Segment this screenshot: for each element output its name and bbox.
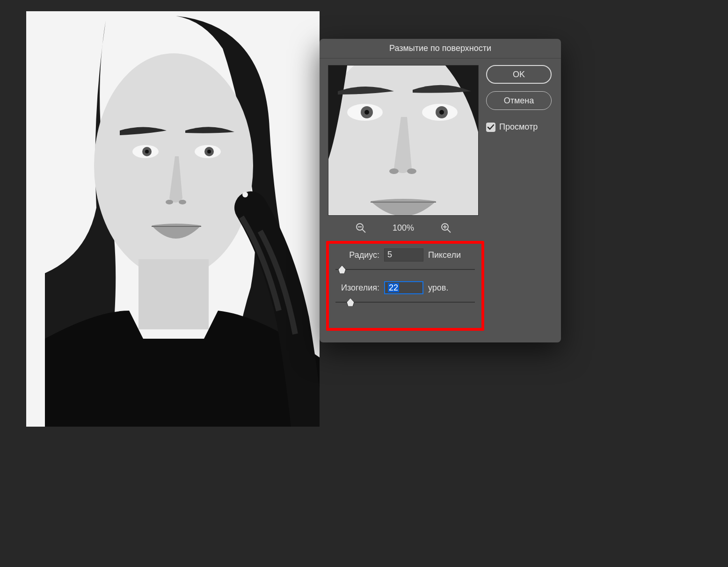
svg-line-25: [362, 229, 365, 233]
threshold-input[interactable]: 22: [384, 281, 423, 294]
svg-point-9: [166, 200, 173, 204]
svg-line-28: [447, 229, 451, 233]
zoom-level: 100%: [393, 223, 414, 233]
svg-point-5: [145, 150, 149, 153]
svg-point-21: [389, 168, 399, 174]
zoom-out-icon[interactable]: [355, 222, 366, 233]
svg-point-8: [207, 150, 211, 153]
canvas-image: [26, 11, 320, 427]
radius-label: Радиус:: [335, 250, 379, 260]
radius-row: Радиус: 5 Пиксели: [335, 248, 475, 262]
svg-point-1: [94, 53, 253, 278]
parameters-highlight: Радиус: 5 Пиксели Изогелия: 22 уров.: [326, 241, 484, 331]
preview-checkbox[interactable]: [486, 123, 495, 132]
preview-image[interactable]: [328, 65, 479, 216]
radius-unit: Пиксели: [428, 250, 461, 260]
threshold-slider[interactable]: [335, 297, 475, 307]
threshold-label: Изогелия:: [335, 283, 379, 293]
svg-rect-2: [138, 259, 209, 329]
radius-slider[interactable]: [335, 264, 475, 275]
dialog-title: Размытие по поверхности: [389, 44, 491, 53]
svg-point-22: [407, 168, 416, 174]
threshold-unit: уров.: [428, 283, 448, 293]
svg-point-10: [179, 200, 186, 204]
svg-point-12: [242, 192, 248, 197]
cancel-button[interactable]: Отмена: [486, 91, 552, 110]
dialog-titlebar[interactable]: Размытие по поверхности: [320, 39, 561, 58]
zoom-in-icon[interactable]: [440, 222, 451, 233]
svg-point-17: [364, 110, 369, 115]
ok-button[interactable]: OK: [486, 65, 552, 84]
threshold-row: Изогелия: 22 уров.: [335, 281, 475, 294]
preview-label: Просмотр: [499, 122, 538, 132]
surface-blur-dialog: Размытие по поверхности: [320, 39, 561, 342]
svg-point-20: [439, 110, 444, 115]
radius-input[interactable]: 5: [384, 248, 423, 262]
